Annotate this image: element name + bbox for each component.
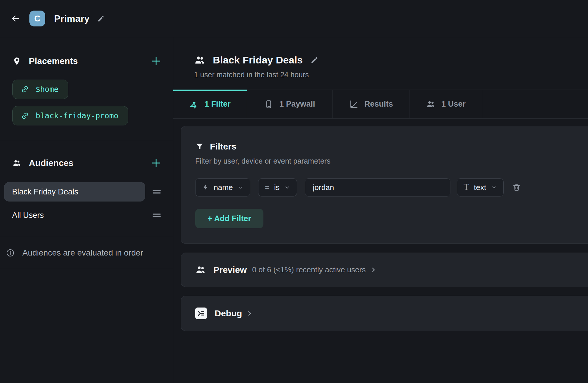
preview-summary: 0 of 6 (<1%) recently active users: [252, 265, 366, 274]
field-value: name: [214, 183, 233, 192]
placement-label: black-friday-promo: [36, 111, 118, 120]
operator-dropdown[interactable]: = is: [258, 178, 297, 196]
chevron-right-icon: [246, 310, 253, 317]
tab-label: 1 Paywall: [279, 100, 315, 109]
audience-item-all-users[interactable]: All Users: [4, 206, 145, 224]
add-filter-button[interactable]: + Add Filter: [195, 209, 263, 228]
trash-icon: [512, 183, 521, 192]
main-panel: Black Friday Deals 1 user matched in the…: [173, 37, 588, 383]
audiences-section: Audiences Black Friday Deals: [0, 141, 173, 237]
audience-header: Black Friday Deals 1 user matched in the…: [173, 37, 588, 79]
audience-title: Black Friday Deals: [213, 54, 303, 66]
users-icon: [426, 100, 435, 109]
audience-row: Black Friday Deals: [4, 182, 161, 201]
filters-subtitle: Filter by user, device or event paramete…: [195, 157, 574, 165]
delete-filter-button[interactable]: [512, 183, 521, 192]
chevron-down-icon: [491, 184, 497, 190]
placement-chip-home[interactable]: $home: [12, 80, 68, 99]
edit-project-name-button[interactable]: [97, 15, 105, 22]
users-icon: [194, 55, 205, 66]
info-icon: [6, 248, 15, 257]
filters-title: Filters: [210, 142, 236, 152]
audience-label: All Users: [12, 211, 44, 220]
audiences-title: Audiences: [29, 158, 74, 168]
note-text: Audiences are evaluated in order: [22, 248, 143, 258]
back-button[interactable]: [11, 14, 21, 23]
terminal-icon: [195, 308, 207, 319]
type-value: text: [474, 183, 486, 192]
chevron-down-icon: [284, 184, 290, 190]
debug-card[interactable]: Debug: [181, 296, 588, 331]
audience-label: Black Friday Deals: [12, 187, 78, 196]
placements-title: Placements: [29, 56, 78, 66]
users-icon: [195, 265, 206, 275]
tab-label: 1 Filter: [205, 100, 231, 109]
placement-label: $home: [36, 85, 59, 94]
drag-handle-icon[interactable]: [152, 213, 161, 218]
chevron-down-icon: [238, 184, 243, 190]
drag-handle-icon[interactable]: [152, 189, 161, 194]
tab-bar: 1 Filter 1 Paywall Results: [173, 90, 588, 119]
filters-card: Filters Filter by user, device or event …: [181, 126, 588, 244]
operator-value: is: [274, 183, 280, 192]
bolt-icon: [202, 184, 209, 191]
add-audience-button[interactable]: [151, 157, 162, 169]
split-arrows-icon: [189, 100, 199, 109]
placements-section: Placements $home: [0, 37, 173, 141]
tab-label: 1 User: [441, 100, 466, 109]
pencil-icon: [97, 15, 105, 22]
users-icon: [12, 159, 21, 167]
topbar: C Primary: [0, 0, 588, 37]
tab-paywall[interactable]: 1 Paywall: [247, 90, 333, 118]
funnel-icon: [195, 142, 204, 151]
type-dropdown[interactable]: T text: [457, 178, 504, 196]
link-icon: [21, 112, 29, 120]
sidebar: Placements $home: [0, 37, 173, 383]
debug-title: Debug: [215, 308, 242, 318]
map-pin-icon: [12, 57, 21, 65]
project-title: Primary: [54, 13, 90, 24]
preview-title: Preview: [213, 265, 247, 275]
placement-chip-black-friday-promo[interactable]: black-friday-promo: [12, 106, 128, 125]
type-icon: T: [464, 183, 469, 192]
audiences-note: Audiences are evaluated in order: [0, 237, 173, 269]
tab-filter[interactable]: 1 Filter: [173, 90, 247, 118]
app-window: C Primary Placements: [0, 0, 588, 383]
sidebar-divider: [0, 269, 173, 269]
add-placement-button[interactable]: [151, 56, 162, 67]
audience-row: All Users: [4, 206, 161, 224]
tab-user[interactable]: 1 User: [410, 90, 482, 118]
equals-icon: =: [265, 184, 269, 191]
filter-row: name = is: [195, 178, 574, 196]
chevron-right-icon: [370, 266, 377, 273]
preview-card[interactable]: Preview 0 of 6 (<1%) recently active use…: [181, 253, 588, 287]
tab-label: Results: [364, 100, 393, 109]
tab-results[interactable]: Results: [333, 90, 410, 118]
link-icon: [21, 85, 29, 93]
audience-subtitle: 1 user matched in the last 24 hours: [194, 70, 588, 79]
filter-value-input[interactable]: [305, 178, 450, 196]
project-avatar[interactable]: C: [29, 11, 45, 26]
field-dropdown[interactable]: name: [195, 178, 250, 196]
smartphone-icon: [264, 100, 273, 109]
edit-audience-name-button[interactable]: [310, 56, 318, 64]
arrow-left-icon: [11, 14, 21, 23]
pencil-icon: [310, 56, 318, 64]
chart-curve-icon: [349, 100, 358, 109]
audience-item-black-friday-deals[interactable]: Black Friday Deals: [4, 182, 145, 201]
